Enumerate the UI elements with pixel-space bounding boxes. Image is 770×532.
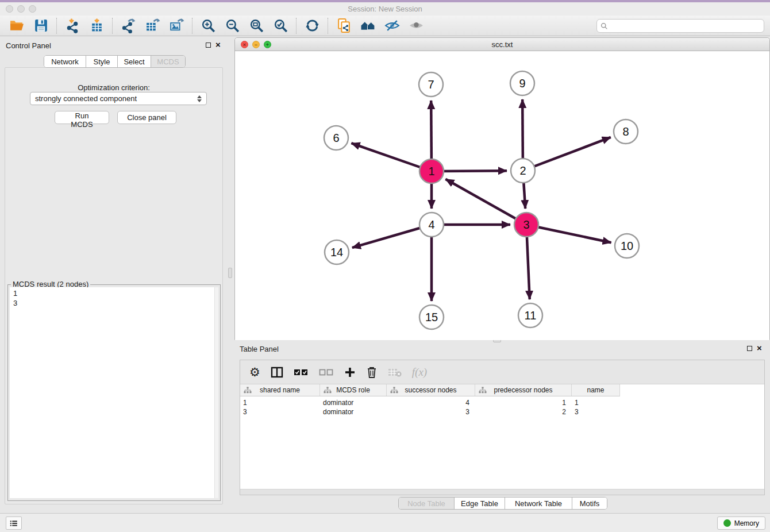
add-column-button[interactable] bbox=[344, 367, 356, 378]
export-image-button[interactable] bbox=[168, 17, 185, 34]
criterion-dropdown[interactable]: strongly connected component bbox=[30, 92, 207, 105]
select-all-icon bbox=[294, 368, 309, 376]
apply-function-button[interactable]: f(x) bbox=[412, 366, 427, 379]
node-7[interactable]: 7 bbox=[419, 72, 443, 97]
show-all-button[interactable] bbox=[407, 17, 425, 34]
node-6[interactable]: 6 bbox=[324, 126, 348, 150]
fx-icon: f(x) bbox=[412, 366, 427, 379]
export-network-button[interactable] bbox=[120, 17, 137, 34]
save-session-button[interactable] bbox=[32, 17, 49, 34]
edge-3-1[interactable] bbox=[445, 179, 526, 225]
control-panel-close-icon[interactable]: × bbox=[215, 42, 221, 48]
tab-style[interactable]: Style bbox=[86, 56, 118, 67]
select-all-rows-button[interactable] bbox=[294, 368, 309, 376]
mcds-result-text[interactable]: 1 3 bbox=[10, 287, 218, 498]
zoom-fit-button[interactable] bbox=[248, 17, 265, 34]
unselect-all-rows-button[interactable] bbox=[319, 368, 334, 376]
dropdown-stepper-icon bbox=[197, 95, 202, 102]
svg-text:14: 14 bbox=[330, 246, 343, 259]
task-history-button[interactable] bbox=[6, 516, 22, 530]
memory-button[interactable]: Memory bbox=[717, 516, 765, 530]
table-panel-close-icon[interactable]: × bbox=[757, 345, 762, 351]
zoom-in-button[interactable] bbox=[199, 17, 217, 34]
delete-columns-button[interactable] bbox=[366, 366, 378, 379]
svg-text:11: 11 bbox=[525, 309, 537, 322]
open-session-button[interactable] bbox=[8, 17, 25, 34]
node-15[interactable]: 15 bbox=[419, 305, 444, 329]
svg-text:1: 1 bbox=[428, 165, 434, 178]
network-canvas[interactable]: 1234678910111415 bbox=[235, 51, 769, 340]
tab-network[interactable]: Network bbox=[44, 56, 86, 67]
clone-network-button[interactable] bbox=[335, 17, 352, 34]
node-8[interactable]: 8 bbox=[614, 119, 638, 144]
refresh-icon bbox=[305, 18, 320, 33]
node-10[interactable]: 10 bbox=[615, 234, 639, 258]
table-toolbar: ⚙ f(x) bbox=[240, 360, 764, 384]
import-table-icon bbox=[89, 18, 105, 33]
close-panel-button[interactable]: Close panel bbox=[117, 111, 176, 124]
tab-motifs[interactable]: Motifs bbox=[572, 498, 607, 509]
tab-mcds[interactable]: MCDS bbox=[151, 56, 185, 67]
clone-network-icon bbox=[336, 18, 352, 33]
node-1[interactable]: 1 bbox=[419, 159, 444, 183]
toolbar-separator bbox=[328, 18, 328, 34]
delete-table-button[interactable] bbox=[388, 367, 402, 377]
column-header-name[interactable]: name bbox=[572, 384, 620, 396]
table-horizontal-scrollbar[interactable] bbox=[240, 489, 764, 495]
control-panel-title: Control Panel bbox=[6, 41, 51, 50]
search-icon bbox=[600, 22, 608, 30]
refresh-view-button[interactable] bbox=[303, 17, 321, 34]
table-options-button[interactable]: ⚙ bbox=[249, 367, 260, 378]
mcds-panel: Optimization criterion: strongly connect… bbox=[5, 67, 223, 504]
vertical-splitter-grip[interactable] bbox=[228, 268, 232, 278]
unselect-all-icon bbox=[319, 368, 334, 376]
node-14[interactable]: 14 bbox=[325, 240, 349, 264]
node-3[interactable]: 3 bbox=[514, 213, 538, 237]
search-input[interactable] bbox=[610, 21, 760, 30]
tree-icon bbox=[244, 387, 252, 394]
network-graph[interactable]: 1234678910111415 bbox=[235, 51, 769, 340]
result-scrollbar[interactable] bbox=[214, 287, 218, 498]
import-network-button[interactable] bbox=[64, 17, 81, 34]
toolbar-separator bbox=[192, 18, 192, 34]
node-9[interactable]: 9 bbox=[510, 71, 534, 95]
export-table-button[interactable] bbox=[144, 17, 161, 34]
result-line: 3 bbox=[13, 298, 215, 308]
table-panel-float-icon[interactable] bbox=[747, 346, 752, 351]
cell-name: 3 bbox=[572, 407, 620, 417]
edge-2-8[interactable] bbox=[523, 137, 611, 171]
run-mcds-button[interactable]: Run MCDS bbox=[55, 111, 109, 124]
node-4[interactable]: 4 bbox=[419, 213, 444, 237]
control-panel-float-icon[interactable] bbox=[206, 43, 211, 48]
tab-node-table[interactable]: Node Table bbox=[399, 498, 455, 509]
tab-network-table[interactable]: Network Table bbox=[505, 498, 572, 509]
network-window-titlebar[interactable]: × − + scc.txt bbox=[235, 38, 769, 51]
home-view-button[interactable] bbox=[359, 17, 376, 34]
hide-selected-button[interactable] bbox=[383, 17, 401, 34]
svg-text:10: 10 bbox=[621, 240, 633, 252]
node-11[interactable]: 11 bbox=[518, 303, 542, 327]
column-header-successor-nodes[interactable]: successor nodes bbox=[387, 384, 475, 396]
table-row[interactable]: 1 dominator 4 1 1 bbox=[240, 398, 620, 407]
column-header-shared-name[interactable]: shared name bbox=[240, 384, 320, 396]
node-2[interactable]: 2 bbox=[511, 159, 535, 183]
column-label: MCDS role bbox=[336, 386, 370, 394]
import-network-icon bbox=[65, 18, 80, 33]
cell-predecessor-nodes: 1 bbox=[475, 398, 572, 407]
show-columns-button[interactable] bbox=[271, 367, 283, 378]
table-row[interactable]: 3 dominator 3 2 3 bbox=[240, 407, 620, 417]
edge-3-10[interactable] bbox=[526, 225, 611, 242]
zoom-selected-button[interactable] bbox=[272, 17, 289, 34]
status-bar: Memory bbox=[0, 513, 770, 532]
home-icon bbox=[360, 18, 376, 33]
search-field[interactable] bbox=[596, 19, 764, 33]
tab-select[interactable]: Select bbox=[118, 56, 151, 67]
cell-successor-nodes: 3 bbox=[387, 407, 475, 417]
import-table-button[interactable] bbox=[88, 17, 105, 34]
column-header-predecessor-nodes[interactable]: predecessor nodes bbox=[475, 384, 572, 396]
column-header-mcds-role[interactable]: MCDS role bbox=[320, 384, 387, 396]
zoom-out-button[interactable] bbox=[224, 17, 241, 34]
svg-text:15: 15 bbox=[425, 311, 438, 323]
open-folder-icon bbox=[9, 18, 25, 33]
tab-edge-table[interactable]: Edge Table bbox=[455, 498, 505, 509]
